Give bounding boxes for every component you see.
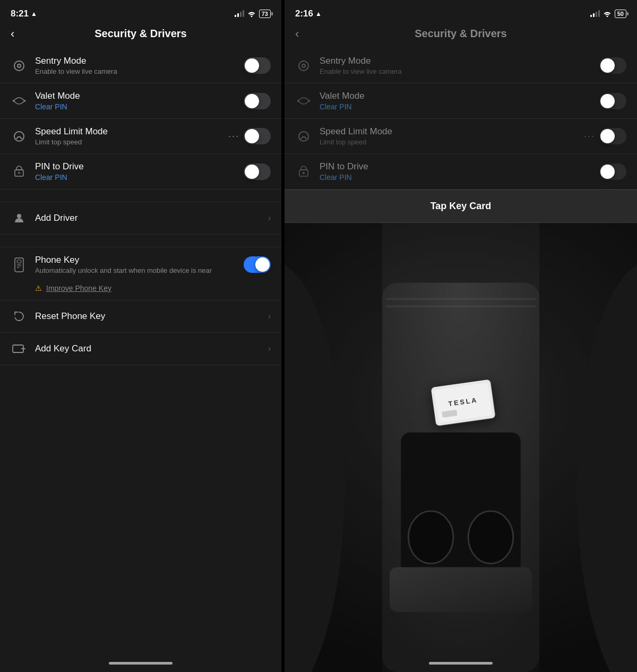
- right-speed-limit-right: ···: [584, 128, 626, 144]
- tap-key-card-title: Tap Key Card: [431, 201, 492, 211]
- improve-phone-key-link[interactable]: Improve Phone Key: [46, 284, 111, 292]
- speed-limit-toggle[interactable]: [244, 128, 271, 144]
- right-valet-mode-toggle[interactable]: [599, 93, 626, 109]
- phone-key-icon: [11, 256, 28, 273]
- improve-phone-key-row: ⚠ Improve Phone Key: [0, 282, 281, 300]
- section-gap-1: [0, 189, 281, 202]
- phone-key-right: [244, 256, 271, 273]
- phone-key-row: Phone Key Automatically unlock and start…: [0, 247, 281, 282]
- right-speed-limit-row: Speed Limit Mode Limit top speed ···: [285, 119, 637, 154]
- reset-phone-key-row[interactable]: Reset Phone Key ›: [0, 300, 281, 333]
- pin-to-drive-content: PIN to Drive Clear PIN: [35, 161, 236, 182]
- phone-key-title: Phone Key: [35, 255, 236, 265]
- reset-phone-key-chevron: ›: [268, 312, 271, 321]
- sentry-mode-title: Sentry Mode: [35, 56, 236, 66]
- sentry-mode-content: Sentry Mode Enable to view live camera: [35, 56, 236, 75]
- wifi-icon: [247, 11, 256, 17]
- sentry-mode-subtitle: Enable to view live camera: [35, 67, 236, 75]
- right-valet-mode-title: Valet Mode: [320, 91, 592, 101]
- add-key-card-content: Add Key Card: [35, 343, 261, 354]
- right-pin-to-drive-clear-pin[interactable]: Clear PIN: [320, 173, 592, 182]
- svg-point-18: [303, 172, 305, 174]
- add-driver-chevron: ›: [268, 213, 271, 223]
- pin-to-drive-toggle[interactable]: [244, 163, 271, 180]
- phone-key-content: Phone Key Automatically unlock and start…: [35, 255, 236, 274]
- phone-key-toggle[interactable]: [244, 256, 271, 273]
- right-signal-bars: [590, 11, 600, 17]
- svg-point-6: [17, 214, 21, 218]
- right-valet-icon: [295, 92, 312, 109]
- left-home-bar: [109, 662, 173, 665]
- left-time: 8:21 ▲: [11, 8, 37, 19]
- right-speed-limit-icon: [295, 128, 312, 145]
- sentry-mode-toggle[interactable]: [244, 57, 271, 74]
- right-speed-limit-subtitle: Limit top speed: [320, 138, 576, 146]
- tap-key-card-section: Tap Key Card: [285, 189, 637, 223]
- valet-mode-title: Valet Mode: [35, 91, 236, 101]
- valet-mode-toggle[interactable]: [244, 93, 271, 109]
- reset-phone-key-title: Reset Phone Key: [35, 311, 261, 322]
- svg-rect-28: [390, 567, 532, 613]
- left-page-title: Security & Drivers: [94, 28, 186, 40]
- section-gap-2: [0, 235, 281, 247]
- pin-to-drive-row: PIN to Drive Clear PIN: [0, 154, 281, 189]
- valet-mode-clear-pin[interactable]: Clear PIN: [35, 102, 236, 111]
- right-valet-mode-clear-pin[interactable]: Clear PIN: [320, 102, 592, 111]
- add-driver-icon: [11, 210, 28, 227]
- svg-rect-34: [539, 223, 637, 672]
- left-home-indicator: [0, 654, 281, 672]
- add-driver-row[interactable]: Add Driver ›: [0, 202, 281, 235]
- pin-to-drive-clear-pin[interactable]: Clear PIN: [35, 173, 236, 182]
- right-speed-limit-toggle[interactable]: [599, 128, 626, 144]
- location-icon: ▲: [31, 10, 37, 18]
- add-key-card-title: Add Key Card: [35, 343, 261, 354]
- svg-rect-24: [386, 305, 536, 307]
- pin-to-drive-right: [244, 163, 271, 180]
- right-panel: 2:16 ▲ 50 ‹ Security & Drivers: [281, 0, 637, 672]
- speed-limit-row: Speed Limit Mode Limit top speed ···: [0, 119, 281, 154]
- right-status-icons: 50: [590, 10, 626, 18]
- right-speed-limit-title: Speed Limit Mode: [320, 126, 576, 137]
- left-nav-header: ‹ Security & Drivers: [0, 23, 281, 48]
- right-nav-header: ‹ Security & Drivers: [285, 23, 637, 48]
- car-interior-svg: TESLA: [285, 223, 637, 672]
- valet-mode-right: [244, 93, 271, 109]
- add-driver-content: Add Driver: [35, 213, 261, 223]
- right-pin-to-drive-icon: [295, 163, 312, 180]
- reset-phone-key-right: ›: [268, 312, 271, 321]
- add-key-card-icon: [11, 340, 28, 357]
- battery-badge: 73: [259, 10, 271, 18]
- speed-limit-content: Speed Limit Mode Limit top speed: [35, 126, 221, 146]
- pin-to-drive-title: PIN to Drive: [35, 161, 236, 172]
- pin-to-drive-icon: [11, 163, 28, 180]
- valet-mode-row: Valet Mode Clear PIN: [0, 83, 281, 119]
- speed-limit-icon: [11, 128, 28, 145]
- right-sentry-mode-toggle[interactable]: [599, 57, 626, 74]
- sentry-mode-right: [244, 57, 271, 74]
- sentry-icon: [11, 57, 28, 74]
- right-home-indicator: [285, 654, 637, 672]
- left-panel: 8:21 ▲ 73 ‹ Security & Drivers: [0, 0, 281, 672]
- speed-limit-subtitle: Limit top speed: [35, 138, 221, 146]
- right-home-bar: [429, 662, 493, 665]
- right-sentry-mode-title: Sentry Mode: [320, 56, 592, 66]
- right-pin-to-drive-row: PIN to Drive Clear PIN: [285, 154, 637, 189]
- right-pin-to-drive-title: PIN to Drive: [320, 161, 592, 172]
- reset-phone-key-icon: [11, 308, 28, 325]
- right-sentry-mode-row: Sentry Mode Enable to view live camera: [285, 48, 637, 83]
- add-key-card-row[interactable]: Add Key Card ›: [0, 333, 281, 365]
- svg-point-26: [408, 511, 453, 564]
- valet-mode-content: Valet Mode Clear PIN: [35, 91, 236, 111]
- right-pin-to-drive-toggle[interactable]: [599, 163, 626, 180]
- left-back-button[interactable]: ‹: [11, 27, 14, 41]
- left-status-bar: 8:21 ▲ 73: [0, 0, 281, 23]
- right-valet-mode-content: Valet Mode Clear PIN: [320, 91, 592, 111]
- right-speed-limit-more-button[interactable]: ···: [584, 131, 595, 142]
- speed-limit-more-button[interactable]: ···: [228, 131, 239, 142]
- sentry-mode-row: Sentry Mode Enable to view live camera: [0, 48, 281, 83]
- reset-phone-key-content: Reset Phone Key: [35, 311, 261, 322]
- left-settings-section: Sentry Mode Enable to view live camera V…: [0, 48, 281, 189]
- svg-point-27: [468, 511, 513, 564]
- left-status-icons: 73: [235, 10, 271, 18]
- right-back-button[interactable]: ‹: [295, 27, 299, 41]
